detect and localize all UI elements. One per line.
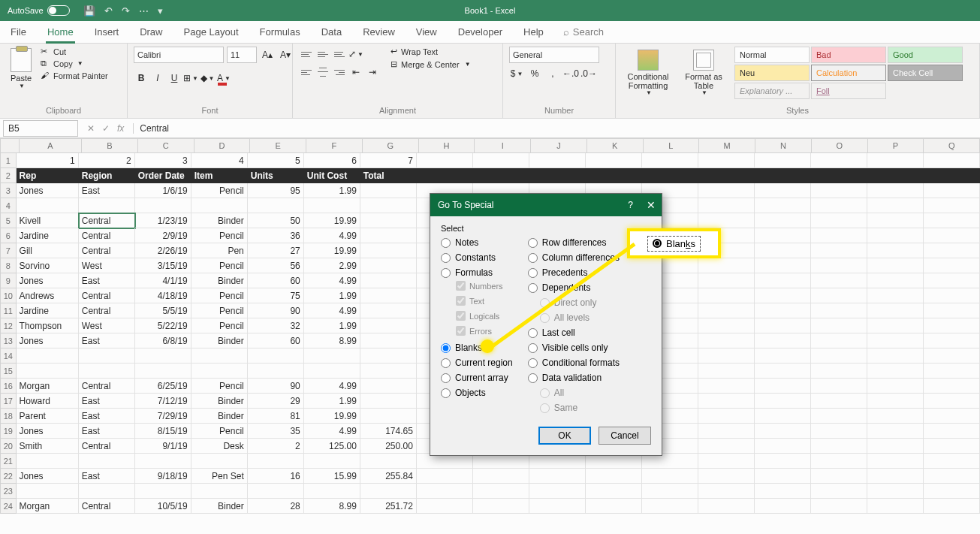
cell[interactable]: 2 <box>248 439 304 454</box>
cell[interactable]: 81 <box>248 409 304 424</box>
cell[interactable] <box>811 273 867 288</box>
align-center-button[interactable] <box>315 65 330 80</box>
cell[interactable] <box>248 484 304 499</box>
copy-button[interactable]: Copy▼ <box>41 59 108 68</box>
column-header-O[interactable]: O <box>812 138 868 153</box>
cell[interactable]: Pen <box>191 243 248 258</box>
radio-formulas[interactable]: Formulas <box>441 267 513 278</box>
comma-format-button[interactable]: , <box>545 66 560 81</box>
cell[interactable] <box>811 243 867 258</box>
row-header[interactable]: 17 <box>0 394 17 409</box>
cell[interactable] <box>360 273 417 288</box>
cell[interactable]: Units <box>248 168 304 183</box>
cell[interactable] <box>867 348 924 364</box>
cell[interactable]: 29 <box>248 394 304 409</box>
name-box[interactable] <box>3 120 78 137</box>
bold-button[interactable]: B <box>134 71 149 86</box>
cell[interactable]: Jardine <box>17 303 79 318</box>
cell[interactable] <box>811 394 867 409</box>
cell[interactable]: 7/12/19 <box>135 394 191 409</box>
cell[interactable] <box>473 153 529 168</box>
cell[interactable] <box>811 348 867 364</box>
cell[interactable] <box>924 364 980 379</box>
radio-constants[interactable]: Constants <box>441 252 513 263</box>
cell[interactable]: Item <box>191 168 248 183</box>
cell[interactable]: 1.99 <box>304 288 360 303</box>
cell[interactable]: Pen Set <box>191 469 248 484</box>
cell[interactable]: Rep <box>17 168 79 183</box>
cell[interactable]: 1/23/19 <box>135 213 191 228</box>
cell[interactable] <box>304 484 360 499</box>
cell[interactable]: 50 <box>248 213 304 228</box>
cell[interactable]: 16 <box>248 469 304 484</box>
radio-current-region[interactable]: Current region <box>441 358 513 368</box>
cell[interactable] <box>417 153 473 168</box>
cell[interactable]: Parent <box>17 409 79 424</box>
cell[interactable]: Pencil <box>191 288 248 303</box>
tab-developer[interactable]: Developer <box>457 21 504 44</box>
tab-formulas[interactable]: Formulas <box>258 21 302 44</box>
cell[interactable] <box>867 288 924 303</box>
enter-formula-icon[interactable]: ✓ <box>102 123 110 134</box>
cell[interactable] <box>811 379 867 394</box>
cell[interactable]: 60 <box>248 273 304 288</box>
cell[interactable] <box>135 484 191 499</box>
cell[interactable] <box>417 499 473 514</box>
cell[interactable] <box>135 198 191 213</box>
cell-style-explanatory[interactable]: Explanatory ... <box>734 83 810 99</box>
cell[interactable]: 19.99 <box>304 409 360 424</box>
cell[interactable]: Total <box>360 168 417 183</box>
cell[interactable] <box>191 364 248 379</box>
cell[interactable]: West <box>79 318 135 333</box>
cell[interactable] <box>79 348 135 364</box>
cell-style-checkcell[interactable]: Check Cell <box>888 65 963 81</box>
cell[interactable]: Order Date <box>135 168 191 183</box>
column-header-D[interactable]: D <box>194 138 251 153</box>
cell[interactable] <box>867 243 924 258</box>
cell[interactable] <box>698 454 755 469</box>
cell[interactable] <box>135 348 191 364</box>
cell[interactable] <box>811 364 867 379</box>
cell[interactable] <box>867 153 924 168</box>
cell[interactable] <box>924 273 980 288</box>
cell[interactable] <box>811 153 867 168</box>
cell[interactable] <box>360 454 417 469</box>
cell[interactable]: Binder <box>191 273 248 288</box>
cell[interactable] <box>360 318 417 333</box>
radio-precedents[interactable]: Precedents <box>528 267 620 278</box>
cut-button[interactable]: Cut <box>41 47 108 56</box>
row-header[interactable]: 8 <box>0 258 17 273</box>
align-left-button[interactable] <box>299 65 314 80</box>
cell[interactable] <box>755 394 811 409</box>
column-header-G[interactable]: G <box>363 138 419 153</box>
cell[interactable] <box>417 484 473 499</box>
cell[interactable] <box>360 183 417 198</box>
row-header[interactable]: 22 <box>0 469 17 484</box>
cell[interactable] <box>417 168 473 183</box>
cell[interactable]: Central <box>79 243 135 258</box>
cell[interactable] <box>17 484 79 499</box>
cell[interactable]: 250.00 <box>360 439 417 454</box>
radio-current-array[interactable]: Current array <box>441 373 513 383</box>
cell[interactable] <box>924 394 980 409</box>
conditional-formatting-button[interactable]: Conditional Formatting▼ <box>622 47 674 97</box>
cell[interactable]: 5/22/19 <box>135 318 191 333</box>
column-header-C[interactable]: C <box>138 138 194 153</box>
cell[interactable] <box>360 228 417 243</box>
cell[interactable] <box>135 454 191 469</box>
cell[interactable] <box>698 198 755 213</box>
cell[interactable] <box>755 153 811 168</box>
formula-input[interactable]: Central <box>134 123 980 134</box>
cell[interactable] <box>924 288 980 303</box>
cell[interactable] <box>642 499 698 514</box>
cell[interactable] <box>755 454 811 469</box>
cell[interactable] <box>924 409 980 424</box>
column-header-B[interactable]: B <box>82 138 138 153</box>
cell[interactable] <box>924 379 980 394</box>
row-header[interactable]: 16 <box>0 379 17 394</box>
cell[interactable] <box>811 303 867 318</box>
cell[interactable] <box>755 273 811 288</box>
border-button[interactable]: ⊞▼ <box>183 71 198 86</box>
cell[interactable]: Kivell <box>17 213 79 228</box>
tab-help[interactable]: Help <box>522 21 545 44</box>
